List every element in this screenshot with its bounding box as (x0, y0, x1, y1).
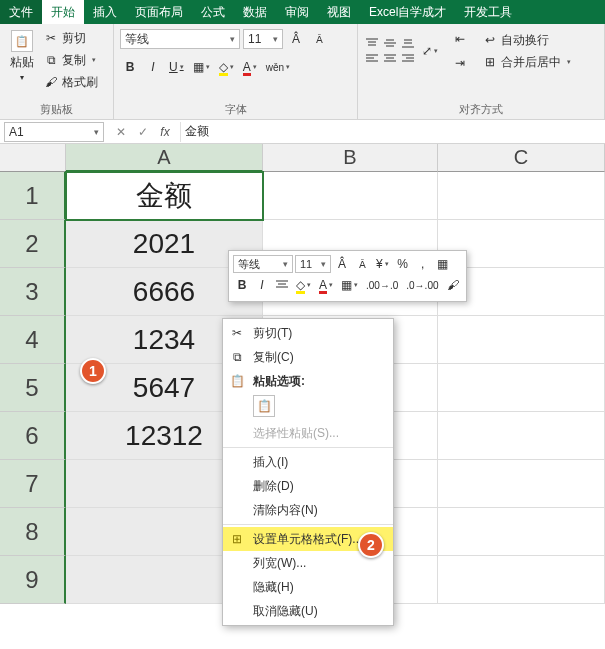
row-header[interactable]: 8 (0, 508, 66, 556)
increase-font-button[interactable]: Â (286, 28, 306, 50)
tab-formulas[interactable]: 公式 (192, 0, 234, 24)
mini-percent-button[interactable]: % (394, 255, 412, 273)
row-header[interactable]: 6 (0, 412, 66, 460)
select-all-corner[interactable] (0, 144, 66, 172)
ctx-copy[interactable]: ⧉复制(C) (223, 345, 393, 369)
tab-review[interactable]: 审阅 (276, 0, 318, 24)
copy-button[interactable]: ⧉复制 (42, 50, 100, 70)
ctx-paste-special[interactable]: 选择性粘贴(S)... (223, 421, 393, 445)
mini-font-color-button[interactable]: A (316, 276, 336, 294)
mini-comma-button[interactable]: , (414, 255, 432, 273)
cut-button[interactable]: ✂剪切 (42, 28, 100, 48)
mini-font-size-combo[interactable]: 11▾ (295, 255, 331, 273)
cell[interactable] (438, 316, 605, 364)
bold-button[interactable]: B (120, 56, 140, 78)
merge-cells-button[interactable]: ⊞合并后居中 (481, 52, 573, 72)
row-header[interactable]: 9 (0, 556, 66, 604)
tab-developer[interactable]: 开发工具 (455, 0, 521, 24)
align-middle-button[interactable] (382, 36, 398, 50)
mini-border2-button[interactable]: ▦ (338, 276, 361, 294)
mini-accounting-button[interactable]: ¥ (373, 255, 392, 273)
row-header[interactable]: 7 (0, 460, 66, 508)
orientation-button[interactable]: ⤢ (419, 40, 441, 62)
cell[interactable] (438, 412, 605, 460)
mini-painter-button[interactable]: 🖌 (444, 276, 462, 294)
cancel-edit-button[interactable]: ✕ (110, 122, 132, 142)
mini-increase-font[interactable]: Â (333, 255, 351, 273)
mini-align-button[interactable] (273, 276, 291, 294)
mini-italic-button[interactable]: I (253, 276, 271, 294)
wrap-text-button[interactable]: ↩自动换行 (481, 30, 573, 50)
border-icon: ▦ (437, 257, 448, 271)
mini-bold-button[interactable]: B (233, 276, 251, 294)
ctx-cut[interactable]: ✂剪切(T) (223, 321, 393, 345)
align-center-button[interactable] (382, 52, 398, 66)
ctx-delete[interactable]: 删除(D) (223, 474, 393, 498)
format-painter-button[interactable]: 🖌格式刷 (42, 72, 100, 92)
ctx-clear[interactable]: 清除内容(N) (223, 498, 393, 522)
mini-decrease-decimal[interactable]: .00→.0 (363, 276, 401, 294)
mini-decrease-font[interactable]: Ǎ (353, 255, 371, 273)
ctx-paste-default[interactable]: 📋 (253, 395, 275, 417)
ctx-hide[interactable]: 隐藏(H) (223, 575, 393, 599)
mini-border-button[interactable]: ▦ (434, 255, 452, 273)
align-top-button[interactable] (364, 36, 380, 50)
clipboard-icon: 📋 (257, 399, 272, 413)
cell[interactable] (438, 556, 605, 604)
cell[interactable]: 金额 (66, 172, 263, 220)
align-left-button[interactable] (364, 52, 380, 66)
tab-view[interactable]: 视图 (318, 0, 360, 24)
ctx-insert[interactable]: 插入(I) (223, 450, 393, 474)
mini-fill-button[interactable]: ◇ (293, 276, 314, 294)
tab-page-layout[interactable]: 页面布局 (126, 0, 192, 24)
fill-color-button[interactable]: ◇ (216, 56, 237, 78)
tab-data[interactable]: 数据 (234, 0, 276, 24)
row-header[interactable]: 2 (0, 220, 66, 268)
font-size-combo[interactable]: 11▾ (243, 29, 283, 49)
annotation-2: 2 (358, 532, 384, 558)
cell[interactable] (263, 172, 438, 220)
formula-input[interactable]: 金额 (180, 122, 605, 142)
col-header-c[interactable]: C (438, 144, 605, 172)
italic-button[interactable]: I (143, 56, 163, 78)
mini-increase-decimal[interactable]: .0→.00 (403, 276, 441, 294)
align-bottom-button[interactable] (400, 36, 416, 50)
align-right-button[interactable] (400, 52, 416, 66)
confirm-edit-button[interactable]: ✓ (132, 122, 154, 142)
font-name-combo[interactable]: 等线▾ (120, 29, 240, 49)
decrease-font-button[interactable]: Ǎ (309, 28, 329, 50)
accounting-icon: ¥ (376, 257, 383, 271)
tab-file[interactable]: 文件 (0, 0, 42, 24)
mini-font-combo[interactable]: 等线▾ (233, 255, 293, 273)
tab-addin[interactable]: Excel自学成才 (360, 0, 455, 24)
increase-indent-button[interactable]: ⇥ (450, 52, 470, 74)
group-font-label: 字体 (120, 102, 351, 117)
row-header[interactable]: 5 (0, 364, 66, 412)
tab-insert[interactable]: 插入 (84, 0, 126, 24)
cell[interactable] (438, 172, 605, 220)
insert-function-button[interactable]: fx (154, 122, 176, 142)
row-header[interactable]: 4 (0, 316, 66, 364)
chevron-down-icon: ▾ (230, 34, 235, 44)
row-header[interactable]: 3 (0, 268, 66, 316)
row-header[interactable]: 1 (0, 172, 66, 220)
annotation-1: 1 (80, 358, 106, 384)
ctx-unhide[interactable]: 取消隐藏(U) (223, 599, 393, 623)
name-box[interactable]: A1▾ (4, 122, 104, 142)
tab-home[interactable]: 开始 (42, 0, 84, 24)
clipboard-icon: 📋 (11, 30, 33, 52)
group-font: 等线▾ 11▾ Â Ǎ B I U ▦ ◇ A wěn 字体 (114, 24, 358, 119)
decrease-indent-button[interactable]: ⇤ (450, 28, 470, 50)
cell[interactable] (438, 460, 605, 508)
phonetic-button[interactable]: wěn (263, 56, 293, 78)
border-button[interactable]: ▦ (190, 56, 213, 78)
paste-button[interactable]: 📋 粘贴 ▾ (6, 28, 38, 84)
cell[interactable] (438, 364, 605, 412)
underline-button[interactable]: U (166, 56, 187, 78)
font-color-button[interactable]: A (240, 56, 260, 78)
merge-icon: ⊞ (483, 55, 497, 69)
cell[interactable] (438, 508, 605, 556)
col-header-a[interactable]: A (66, 144, 263, 172)
increase-indent-icon: ⇥ (455, 56, 465, 70)
col-header-b[interactable]: B (263, 144, 438, 172)
